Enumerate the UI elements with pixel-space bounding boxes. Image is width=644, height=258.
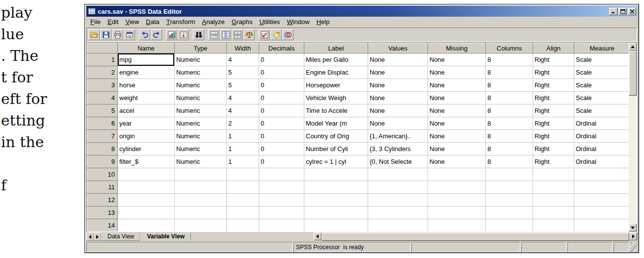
scroll-left-button[interactable]: [314, 232, 322, 240]
maximize-button[interactable]: [618, 8, 627, 15]
cell[interactable]: [227, 168, 259, 181]
cell[interactable]: None: [368, 92, 428, 104]
cell[interactable]: [304, 219, 368, 232]
goto-chart-button[interactable]: [166, 29, 177, 40]
cell[interactable]: Right: [533, 104, 574, 117]
cell[interactable]: 4: [227, 92, 259, 104]
cell[interactable]: None: [428, 92, 486, 104]
cell[interactable]: [259, 168, 304, 181]
cell[interactable]: [368, 219, 428, 232]
row-header-6[interactable]: 6: [87, 117, 118, 130]
cell[interactable]: Right: [533, 92, 574, 104]
cell[interactable]: 0: [259, 92, 304, 104]
cell[interactable]: Scale: [574, 92, 629, 104]
value-labels-button[interactable]: [270, 29, 282, 40]
cell[interactable]: [118, 168, 175, 181]
select-cases-button[interactable]: [259, 29, 270, 40]
resize-grip[interactable]: [630, 242, 637, 252]
cell[interactable]: engine: [118, 66, 175, 79]
cell[interactable]: filter_$: [118, 155, 175, 168]
cell[interactable]: Number of Cyli: [304, 143, 368, 155]
title-bar[interactable]: cars.sav - SPSS Data Editor: [86, 6, 637, 17]
cell[interactable]: [118, 181, 175, 194]
cell[interactable]: [175, 219, 227, 232]
cell[interactable]: [175, 206, 227, 219]
cell[interactable]: Scale: [574, 66, 629, 79]
cell[interactable]: [574, 194, 629, 206]
cell[interactable]: {3, 3 Cylinders: [368, 143, 428, 155]
cell[interactable]: {1, American}..: [368, 130, 428, 143]
cell[interactable]: None: [428, 117, 486, 130]
cell[interactable]: Ordinal: [574, 143, 629, 155]
cell[interactable]: None: [428, 104, 486, 117]
cell[interactable]: Right: [533, 117, 574, 130]
tab-data-view[interactable]: Data View: [101, 232, 140, 241]
cell[interactable]: [486, 181, 533, 194]
column-header-type[interactable]: Type: [175, 43, 227, 53]
column-header-align[interactable]: Align: [533, 43, 574, 53]
cell[interactable]: [175, 194, 227, 206]
cell[interactable]: [118, 194, 175, 206]
cell[interactable]: 8: [486, 92, 533, 104]
menu-item-transform[interactable]: Transform: [163, 17, 199, 26]
cell[interactable]: Ordinal: [574, 130, 629, 143]
cell[interactable]: [259, 219, 304, 232]
cell[interactable]: accel: [118, 104, 175, 117]
use-sets-button[interactable]: [282, 29, 294, 40]
cell[interactable]: Right: [533, 155, 574, 168]
cell[interactable]: [368, 194, 428, 206]
cell[interactable]: None: [368, 66, 428, 79]
column-header-missing[interactable]: Missing: [428, 43, 486, 53]
cell[interactable]: [486, 219, 533, 232]
cell[interactable]: [304, 206, 368, 219]
cell[interactable]: Numeric: [175, 79, 227, 92]
cell[interactable]: [486, 206, 533, 219]
tab-scroll-left-button[interactable]: [86, 232, 94, 241]
cell[interactable]: [227, 219, 259, 232]
menu-item-edit[interactable]: Edit: [104, 17, 122, 26]
cell[interactable]: 4: [227, 104, 259, 117]
horizontal-scroll-thumb[interactable]: [322, 232, 629, 241]
cell[interactable]: 0: [259, 143, 304, 155]
cell[interactable]: [227, 181, 259, 194]
cell[interactable]: 0: [259, 66, 304, 79]
cell[interactable]: [368, 206, 428, 219]
cell[interactable]: Numeric: [175, 92, 227, 104]
horizontal-scrollbar[interactable]: [314, 232, 637, 241]
cell[interactable]: [368, 181, 428, 194]
cell[interactable]: [227, 206, 259, 219]
cell[interactable]: Right: [533, 66, 574, 79]
cell[interactable]: None: [428, 130, 486, 143]
cell[interactable]: [304, 194, 368, 206]
cell[interactable]: [533, 168, 574, 181]
cell[interactable]: [175, 181, 227, 194]
redo-button[interactable]: [151, 29, 162, 40]
cell[interactable]: [533, 219, 574, 232]
split-file-button[interactable]: [232, 29, 243, 40]
dialog-recall-button[interactable]: [124, 29, 135, 40]
cell[interactable]: [574, 168, 629, 181]
cell[interactable]: 8: [486, 117, 533, 130]
cell[interactable]: [118, 206, 175, 219]
row-header-11[interactable]: 11: [87, 181, 118, 194]
row-header-3[interactable]: 3: [87, 79, 118, 92]
cell[interactable]: 5: [227, 79, 259, 92]
row-header-13[interactable]: 13: [87, 206, 118, 219]
cell[interactable]: 0: [259, 155, 304, 168]
cell[interactable]: [574, 181, 629, 194]
cell[interactable]: cylrec = 1 | cyl: [304, 155, 368, 168]
cell[interactable]: origin: [118, 130, 175, 143]
column-header-decimals[interactable]: Decimals: [259, 43, 304, 53]
cell[interactable]: 1: [227, 143, 259, 155]
menu-item-window[interactable]: Window: [283, 17, 313, 26]
cell[interactable]: 8: [486, 66, 533, 79]
menu-item-file[interactable]: File: [87, 17, 104, 26]
cell[interactable]: horse: [118, 79, 175, 92]
cell[interactable]: Vehicle Weigh: [304, 92, 368, 104]
cell[interactable]: Country of Orig: [304, 130, 368, 143]
row-header-7[interactable]: 7: [87, 130, 118, 143]
cell[interactable]: [368, 168, 428, 181]
tab-scroll-right-button[interactable]: [94, 232, 101, 241]
cell[interactable]: None: [368, 117, 428, 130]
cell[interactable]: 8: [486, 53, 533, 66]
